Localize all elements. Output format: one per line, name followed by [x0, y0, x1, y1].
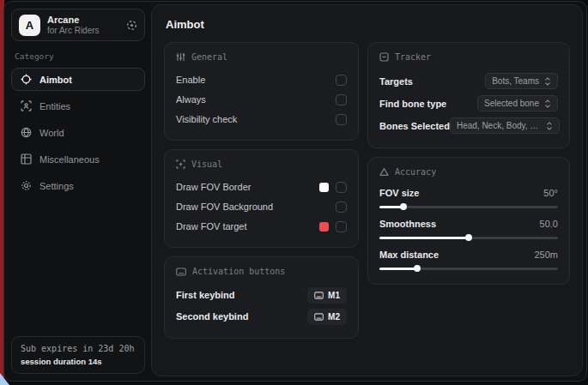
sidebar-item-label: Miscellaneous — [39, 154, 100, 165]
sidebar-item-entities[interactable]: Entities — [11, 94, 145, 117]
sidebar-item-world[interactable]: World — [11, 121, 145, 144]
setting-row-visibility-check: Visibility check — [176, 110, 347, 129]
globe-icon — [21, 127, 32, 138]
sidebar: A Arcane for Arc Riders Category — [4, 2, 152, 381]
session-duration: session duration 14s — [21, 357, 136, 366]
slider-thumb[interactable] — [414, 265, 421, 272]
setting-row-fov-background: Draw FOV Background — [176, 197, 347, 216]
visual-card: Visual Draw FOV Border Draw FOV Backgrou… — [164, 149, 359, 248]
activation-buttons-card: Activation buttons First keybind M1 — [164, 256, 359, 339]
sliders-icon — [176, 52, 185, 62]
second-keybind-button[interactable]: M2 — [307, 309, 347, 325]
setting-row-second-keybind: Second keybind M2 — [176, 306, 347, 327]
setting-row-always: Always — [176, 90, 347, 109]
setting-row-enable: Enable — [176, 70, 347, 89]
keyboard-icon — [314, 292, 324, 299]
page-title: Aimbot — [166, 18, 570, 31]
sidebar-item-label: Aimbot — [39, 75, 72, 85]
loader-icon[interactable] — [126, 20, 137, 31]
setting-row-fov-size: FOV size 50° — [379, 185, 558, 211]
sidebar-item-settings[interactable]: Settings — [11, 174, 145, 197]
setting-row-first-keybind: First keybind M1 — [176, 285, 347, 305]
slider-thumb[interactable] — [465, 234, 472, 241]
setting-row-bones-selected: Bones Selected Head, Neck, Body, Fe.. — [379, 115, 558, 136]
accuracy-card: Accuracy FOV size 50° — [367, 157, 570, 285]
triangle-icon — [379, 167, 389, 177]
max-distance-slider[interactable] — [379, 264, 558, 273]
fov-background-checkbox[interactable] — [336, 202, 347, 213]
sidebar-item-label: Entities — [39, 101, 70, 111]
smoothness-slider[interactable] — [379, 233, 558, 242]
logo-monogram: A — [19, 15, 40, 36]
keyboard-icon — [176, 268, 186, 276]
sidebar-item-label: World — [39, 128, 64, 138]
subscription-card: Sub expires in 23d 20h session duration … — [11, 336, 145, 374]
fov-target-checkbox[interactable] — [336, 221, 347, 232]
sidebar-item-label: Settings — [39, 181, 74, 191]
focus-icon — [176, 159, 185, 169]
entities-icon — [21, 100, 32, 111]
fov-border-checkbox[interactable] — [336, 182, 347, 193]
visibility-check-checkbox[interactable] — [336, 114, 347, 125]
fov-size-value: 50° — [543, 188, 558, 198]
card-header-label: General — [191, 52, 227, 62]
card-header-label: Activation buttons — [192, 267, 285, 276]
sidebar-item-aimbot[interactable]: Aimbot — [11, 68, 145, 91]
fov-size-slider[interactable] — [379, 202, 558, 211]
card-header-label: Tracker — [395, 52, 431, 62]
chevron-up-down-icon — [544, 77, 551, 86]
smoothness-value: 50.0 — [540, 219, 558, 229]
max-distance-value: 250m — [534, 250, 558, 260]
fov-target-color-swatch[interactable] — [319, 222, 329, 232]
category-label: Category — [15, 51, 142, 61]
find-bone-type-select[interactable]: Selected bone — [477, 95, 558, 111]
main-panel: Aimbot General Enable — [151, 4, 583, 376]
gear-icon — [21, 180, 32, 191]
app-subtitle: for Arc Riders — [47, 26, 119, 36]
targets-select[interactable]: Bots, Teams — [485, 73, 558, 89]
bones-selected-select[interactable]: Head, Neck, Body, Fe.. — [450, 117, 560, 134]
sidebar-item-miscellaneous[interactable]: Miscellaneous — [11, 147, 145, 171]
chevron-up-down-icon — [544, 99, 551, 108]
fov-border-color-swatch[interactable] — [319, 183, 329, 192]
app-window: A Arcane for Arc Riders Category — [3, 1, 587, 382]
setting-row-targets: Targets Bots, Teams — [379, 70, 558, 92]
crosshair-icon — [21, 74, 32, 85]
slider-thumb[interactable] — [400, 203, 407, 210]
keyboard-icon — [314, 313, 324, 321]
tracker-icon — [379, 52, 389, 62]
first-keybind-button[interactable]: M1 — [307, 287, 347, 304]
setting-row-max-distance: Max distance 250m — [379, 247, 558, 273]
general-card: General Enable Always Visibility check — [164, 42, 359, 141]
setting-row-fov-border: Draw FOV Border — [176, 177, 347, 196]
app-title: Arcane — [47, 15, 119, 26]
enable-checkbox[interactable] — [336, 75, 347, 86]
sidebar-nav: Aimbot Entities World — [11, 68, 145, 197]
setting-row-find-bone-type: Find bone type Selected bone — [379, 93, 558, 114]
tracker-card: Tracker Targets Bots, Teams — [367, 42, 570, 148]
card-header-label: Visual — [191, 159, 222, 169]
card-header-label: Accuracy — [395, 167, 436, 177]
logo-card[interactable]: A Arcane for Arc Riders — [11, 9, 145, 41]
subscription-expiry: Sub expires in 23d 20h — [21, 344, 136, 353]
always-checkbox[interactable] — [336, 94, 347, 105]
grid-icon — [21, 153, 32, 165]
setting-row-fov-target: Draw FOV target — [176, 217, 347, 236]
setting-row-smoothness: Smoothness 50.0 — [379, 216, 558, 242]
chevron-up-down-icon — [546, 122, 553, 130]
